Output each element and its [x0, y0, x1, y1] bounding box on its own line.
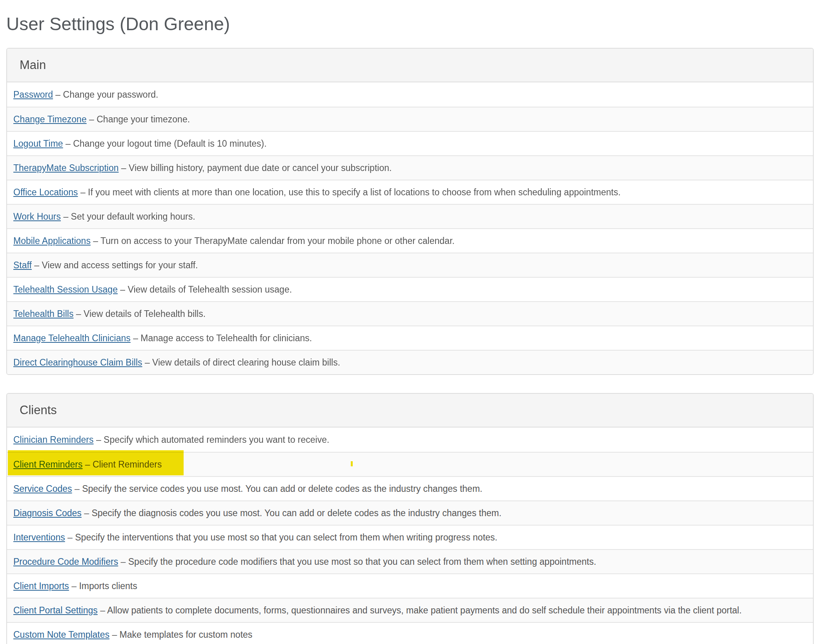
settings-link-custom-note-templates[interactable]: Custom Note Templates	[13, 629, 109, 640]
settings-description: – Imports clients	[69, 581, 137, 591]
settings-description: – Specify which automated reminders you …	[94, 435, 330, 445]
settings-description: – Specify the service codes you use most…	[72, 484, 483, 494]
settings-row-client-portal-settings: Client Portal Settings – Allow patients …	[7, 598, 813, 622]
yellow-highlight-stray-mark	[351, 461, 353, 466]
settings-link-password[interactable]: Password	[13, 89, 53, 100]
settings-description: – View details of Telehealth session usa…	[118, 284, 292, 295]
settings-row-service-codes: Service Codes – Specify the service code…	[7, 476, 813, 500]
settings-link-manage-telehealth-clinicians[interactable]: Manage Telehealth Clinicians	[13, 333, 131, 344]
settings-description: – View and access settings for your staf…	[32, 260, 198, 271]
section-main: Main Password – Change your password.Cha…	[6, 48, 814, 375]
settings-description: – Allow patients to complete documents, …	[98, 605, 742, 616]
settings-row-logout-time: Logout Time – Change your logout time (D…	[7, 131, 813, 155]
settings-row-telehealth-session-usage: Telehealth Session Usage – View details …	[7, 277, 813, 301]
settings-link-therapymate-subscription[interactable]: TherapyMate Subscription	[13, 163, 118, 173]
settings-link-change-timezone[interactable]: Change Timezone	[13, 114, 87, 125]
settings-description: – If you meet with clients at more than …	[78, 187, 621, 198]
settings-description: – Client Reminders	[82, 459, 162, 470]
settings-description: – Specify the interventions that you use…	[65, 532, 497, 543]
settings-link-office-locations[interactable]: Office Locations	[13, 187, 78, 198]
settings-link-telehealth-session-usage[interactable]: Telehealth Session Usage	[13, 284, 118, 295]
settings-description: – Specify the diagnosis codes you use mo…	[82, 508, 501, 518]
settings-description: – View details of Telehealth bills.	[73, 309, 206, 319]
settings-link-clinician-reminders[interactable]: Clinician Reminders	[13, 435, 94, 445]
settings-link-procedure-code-modifiers[interactable]: Procedure Code Modifiers	[13, 557, 118, 567]
settings-row-telehealth-bills: Telehealth Bills – View details of Teleh…	[7, 301, 813, 326]
settings-link-client-reminders[interactable]: Client Reminders	[13, 459, 82, 470]
settings-description: – Turn on access to your TherapyMate cal…	[91, 236, 455, 246]
section-clients-list: Clinician Reminders – Specify which auto…	[7, 428, 813, 644]
settings-row-work-hours: Work Hours – Set your default working ho…	[7, 204, 813, 228]
settings-description: – Set your default working hours.	[61, 211, 195, 222]
settings-row-manage-telehealth-clinicians: Manage Telehealth Clinicians – Manage ac…	[7, 326, 813, 350]
settings-row-mobile-applications: Mobile Applications – Turn on access to …	[7, 228, 813, 253]
settings-row-procedure-code-modifiers: Procedure Code Modifiers – Specify the p…	[7, 549, 813, 573]
settings-link-client-portal-settings[interactable]: Client Portal Settings	[13, 605, 98, 616]
settings-description: – Manage access to Telehealth for clinic…	[131, 333, 312, 344]
settings-row-client-imports: Client Imports – Imports clients	[7, 573, 813, 598]
settings-description: – Specify the procedure code modifiers t…	[118, 557, 596, 567]
settings-link-client-imports[interactable]: Client Imports	[13, 581, 69, 591]
user-settings-page: User Settings (Don Greene) Main Password…	[0, 0, 820, 644]
section-main-header: Main	[7, 49, 813, 82]
settings-description: – Change your timezone.	[87, 114, 190, 125]
settings-link-staff[interactable]: Staff	[13, 260, 32, 271]
settings-description: – View details of direct clearing house …	[142, 357, 341, 368]
settings-row-staff: Staff – View and access settings for you…	[7, 253, 813, 277]
settings-link-logout-time[interactable]: Logout Time	[13, 138, 63, 149]
settings-description: – View billing history, payment due date…	[118, 163, 392, 173]
section-clients-header: Clients	[7, 394, 813, 428]
settings-row-office-locations: Office Locations – If you meet with clie…	[7, 180, 813, 204]
settings-link-telehealth-bills[interactable]: Telehealth Bills	[13, 309, 73, 319]
settings-row-diagnosis-codes: Diagnosis Codes – Specify the diagnosis …	[7, 500, 813, 525]
settings-link-interventions[interactable]: Interventions	[13, 532, 65, 543]
section-clients: Clients Clinician Reminders – Specify wh…	[6, 393, 814, 644]
settings-link-mobile-applications[interactable]: Mobile Applications	[13, 236, 91, 246]
settings-row-password: Password – Change your password.	[7, 82, 813, 107]
settings-link-direct-clearinghouse-claim-bills[interactable]: Direct Clearinghouse Claim Bills	[13, 357, 142, 368]
settings-description: – Change your password.	[53, 89, 159, 100]
settings-description: – Change your logout time (Default is 10…	[63, 138, 267, 149]
settings-row-interventions: Interventions – Specify the intervention…	[7, 525, 813, 549]
settings-description: – Make templates for custom notes	[109, 629, 252, 640]
settings-link-work-hours[interactable]: Work Hours	[13, 211, 61, 222]
page-title: User Settings (Don Greene)	[6, 13, 814, 35]
settings-row-client-reminders: Client Reminders – Client Reminders	[7, 452, 813, 476]
settings-link-service-codes[interactable]: Service Codes	[13, 484, 72, 494]
settings-row-therapymate-subscription: TherapyMate Subscription – View billing …	[7, 155, 813, 180]
settings-row-clinician-reminders: Clinician Reminders – Specify which auto…	[7, 428, 813, 452]
settings-row-custom-note-templates: Custom Note Templates – Make templates f…	[7, 622, 813, 644]
settings-row-direct-clearinghouse-claim-bills: Direct Clearinghouse Claim Bills – View …	[7, 350, 813, 374]
section-main-list: Password – Change your password.Change T…	[7, 82, 813, 374]
settings-row-change-timezone: Change Timezone – Change your timezone.	[7, 107, 813, 131]
settings-link-diagnosis-codes[interactable]: Diagnosis Codes	[13, 508, 82, 518]
